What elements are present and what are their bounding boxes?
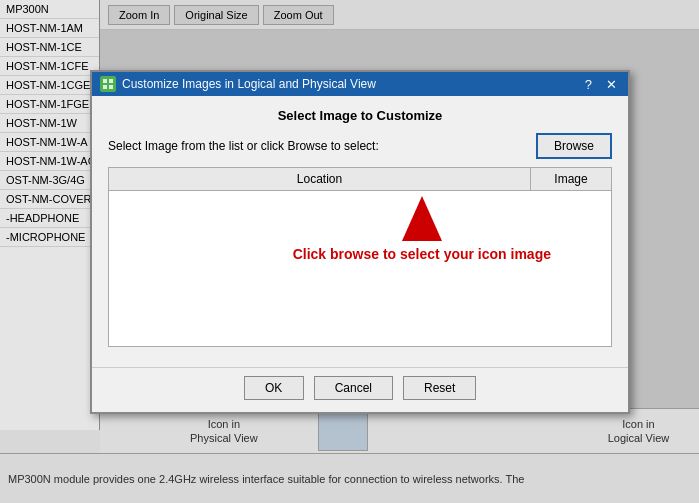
dialog-close-button[interactable]: ✕ (603, 78, 620, 91)
svg-rect-2 (103, 85, 107, 89)
dialog-help-button[interactable]: ? (582, 78, 595, 91)
col-image: Image (531, 168, 611, 190)
image-table: Location Image Click browse to select yo… (108, 167, 612, 347)
titlebar-left: Customize Images in Logical and Physical… (100, 76, 376, 92)
reset-button[interactable]: Reset (403, 376, 476, 400)
customize-images-dialog: Customize Images in Logical and Physical… (90, 70, 630, 414)
table-body: Click browse to select your icon image (109, 191, 611, 341)
browse-row: Select Image from the list or click Brow… (108, 133, 612, 159)
select-label: Select Image from the list or click Brow… (108, 139, 379, 153)
cancel-button[interactable]: Cancel (314, 376, 393, 400)
svg-rect-3 (109, 85, 113, 89)
dialog-heading: Select Image to Customize (108, 108, 612, 123)
annotation-text: Click browse to select your icon image (293, 245, 551, 263)
table-header: Location Image (109, 168, 611, 191)
ok-button[interactable]: OK (244, 376, 304, 400)
dialog-title-text: Customize Images in Logical and Physical… (122, 77, 376, 91)
dialog-footer: OK Cancel Reset (92, 367, 628, 412)
annotation: Click browse to select your icon image (293, 196, 551, 263)
svg-rect-1 (109, 79, 113, 83)
red-arrow-icon (402, 196, 442, 241)
dialog-titlebar: Customize Images in Logical and Physical… (92, 72, 628, 96)
col-location: Location (109, 168, 531, 190)
svg-rect-0 (103, 79, 107, 83)
browse-button[interactable]: Browse (536, 133, 612, 159)
dialog-body: Select Image to Customize Select Image f… (92, 96, 628, 367)
titlebar-right: ? ✕ (582, 78, 620, 91)
dialog-app-icon (100, 76, 116, 92)
